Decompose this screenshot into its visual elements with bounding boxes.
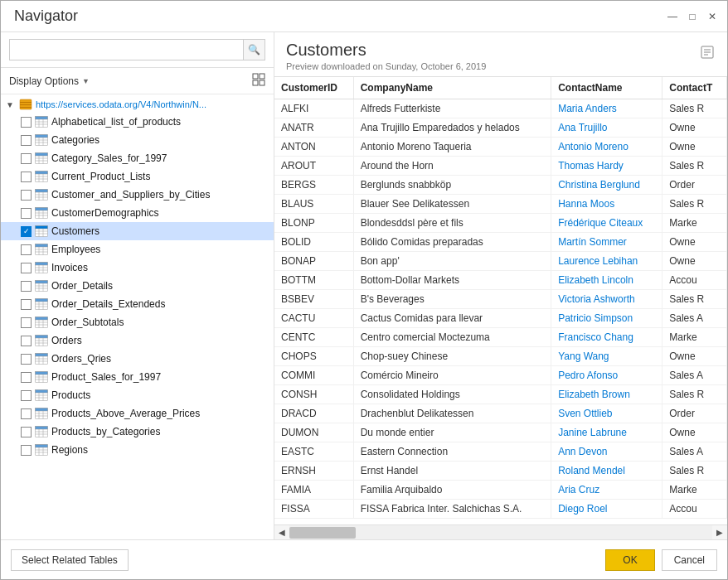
tree-item[interactable]: Regions xyxy=(1,441,274,459)
search-button[interactable]: 🔍 xyxy=(244,39,265,60)
svg-rect-6 xyxy=(20,104,32,105)
tree-checkbox[interactable] xyxy=(21,117,32,128)
svg-rect-2 xyxy=(253,80,258,85)
tree-item[interactable]: Products xyxy=(1,386,274,404)
search-input[interactable] xyxy=(9,39,244,60)
tree-checkbox[interactable] xyxy=(21,427,32,437)
table-cell-company: Cactus Comidas para llevar xyxy=(353,309,551,328)
tree-item[interactable]: Employees xyxy=(1,240,274,259)
tree-checkbox[interactable] xyxy=(21,244,32,255)
table-row[interactable]: COMMIComércio MineiroPedro AfonsoSales A xyxy=(274,366,727,385)
table-cell-customerid: BERGS xyxy=(274,176,353,195)
tree-item-label: Alphabetical_list_of_products xyxy=(51,116,269,128)
scroll-right-button[interactable]: ▶ xyxy=(712,525,727,540)
tree-item[interactable]: Current_Product_Lists xyxy=(1,167,274,186)
scroll-left-button[interactable]: ◀ xyxy=(274,525,289,540)
tree-item[interactable]: Invoices xyxy=(1,259,274,277)
table-cell-contact: Elizabeth Brown xyxy=(551,385,662,404)
table-row[interactable]: BONAPBon app'Laurence LebihanOwne xyxy=(274,252,727,271)
table-row[interactable]: BLAUSBlauer See DelikatessenHanna MoosSa… xyxy=(274,195,727,214)
table-row[interactable]: BSBEVB's BeveragesVictoria AshworthSales… xyxy=(274,290,727,309)
scroll-thumb[interactable] xyxy=(289,527,356,539)
tree-checkbox[interactable] xyxy=(21,390,32,401)
tree-item[interactable]: Order_Details_Extendeds xyxy=(1,295,274,313)
table-row[interactable]: DUMONDu monde entierJanine LabruneOwne xyxy=(274,423,727,442)
table-row[interactable]: AROUTAround the HornThomas HardySales R xyxy=(274,157,727,176)
tree-checkbox[interactable] xyxy=(21,172,32,182)
table-row[interactable]: FAMIAFamilia ArquibaldoAria CruzMarke xyxy=(274,481,727,500)
table-cell-contactt: Owne xyxy=(662,252,727,271)
tree-item[interactable]: Customer_and_Suppliers_by_Cities xyxy=(1,186,274,204)
tree-checkbox[interactable] xyxy=(21,445,32,456)
tree-checkbox[interactable] xyxy=(21,226,32,237)
table-row[interactable]: CENTCCentro comercial MoctezumaFrancisco… xyxy=(274,328,727,347)
table-row[interactable]: CONSHConsolidated HoldingsElizabeth Brow… xyxy=(274,385,727,404)
tree-root-item[interactable]: ▼ https://services.odata.org/V4/Northwin… xyxy=(1,96,274,113)
table-row[interactable]: ANATRAna Trujillo Emparedados y heladosA… xyxy=(274,118,727,138)
table-row[interactable]: CHOPSChop-suey ChineseYang WangOwne xyxy=(274,347,727,366)
table-row[interactable]: BLONPBlondesddsl père et filsFrédérique … xyxy=(274,214,727,233)
tree-checkbox[interactable] xyxy=(21,263,32,273)
tree-item[interactable]: Products_Above_Average_Prices xyxy=(1,404,274,423)
tree-item-label: Order_Details_Extendeds xyxy=(51,298,269,310)
table-cell-contact: Maria Anders xyxy=(551,99,662,118)
tree-item[interactable]: Order_Details xyxy=(1,277,274,295)
table-cell-customerid: EASTC xyxy=(274,442,353,462)
tree-checkbox[interactable] xyxy=(21,208,32,219)
tree-item[interactable]: Customers xyxy=(1,222,274,240)
scroll-track[interactable] xyxy=(289,525,712,540)
table-row[interactable]: EASTCEastern ConnectionAnn DevonSales A xyxy=(274,442,727,462)
table-row[interactable]: ERNSHErnst HandelRoland MendelSales R xyxy=(274,462,727,481)
horizontal-scrollbar[interactable]: ◀ ▶ xyxy=(274,524,727,539)
table-cell-customerid: BOLID xyxy=(274,233,353,252)
table-row[interactable]: DRACDDrachenblut DelikatessenSven Ottlie… xyxy=(274,404,727,423)
tree-item[interactable]: CustomerDemographics xyxy=(1,204,274,222)
tree-list[interactable]: ▼ https://services.odata.org/V4/Northwin… xyxy=(1,94,274,539)
display-options-button[interactable]: Display Options ▼ xyxy=(9,75,90,87)
grid-view-button[interactable] xyxy=(252,73,265,89)
tree-item-label: Category_Sales_for_1997 xyxy=(51,152,269,164)
table-row[interactable]: ALFKIAlfreds FutterkisteMaria AndersSale… xyxy=(274,99,727,118)
tree-checkbox[interactable] xyxy=(21,153,32,164)
tree-item[interactable]: Category_Sales_for_1997 xyxy=(1,149,274,167)
tree-checkbox[interactable] xyxy=(21,354,32,365)
tree-item[interactable]: Orders_Qries xyxy=(1,350,274,368)
tree-checkbox[interactable] xyxy=(21,135,32,146)
table-icon xyxy=(35,171,48,182)
tree-item[interactable]: Orders xyxy=(1,331,274,350)
tree-checkbox[interactable] xyxy=(21,190,32,201)
tree-checkbox[interactable] xyxy=(21,408,32,419)
tree-checkbox[interactable] xyxy=(21,281,32,292)
edit-icon[interactable] xyxy=(699,44,716,64)
tree-item[interactable]: Categories xyxy=(1,131,274,149)
table-row[interactable]: FISSAFISSA Fabrica Inter. Salchichas S.A… xyxy=(274,500,727,519)
chevron-down-icon: ▼ xyxy=(82,77,90,85)
tree-item-label: Products_Above_Average_Prices xyxy=(51,408,269,419)
table-icon xyxy=(35,371,48,383)
svg-rect-87 xyxy=(36,354,48,357)
close-button[interactable]: ✕ xyxy=(704,8,721,25)
maximize-button[interactable]: □ xyxy=(684,8,701,25)
tree-checkbox[interactable] xyxy=(21,299,32,310)
tree-item[interactable]: Order_Subtotals xyxy=(1,313,274,331)
table-row[interactable]: ANTONAntonio Moreno TaqueriaAntonio More… xyxy=(274,138,727,157)
tree-item[interactable]: Alphabetical_list_of_products xyxy=(1,113,274,131)
tree-checkbox[interactable] xyxy=(21,317,32,328)
table-row[interactable]: BOLIDBólido Comidas preparadasMartín Som… xyxy=(274,233,727,252)
table-cell-company: Familia Arquibaldo xyxy=(353,481,551,500)
tree-checkbox[interactable] xyxy=(21,372,32,383)
table-row[interactable]: BOTTMBottom-Dollar MarketsElizabeth Linc… xyxy=(274,271,727,290)
select-related-button[interactable]: Select Related Tables xyxy=(11,549,129,571)
tree-item-label: Employees xyxy=(51,244,269,255)
data-table-wrapper[interactable]: CustomerIDCompanyNameContactNameContactT… xyxy=(274,77,727,524)
svg-rect-63 xyxy=(36,281,48,284)
ok-button[interactable]: OK xyxy=(605,549,654,571)
table-cell-contact: Pedro Afonso xyxy=(551,366,662,385)
table-row[interactable]: BERGSBerglunds snabbköpChristina Berglun… xyxy=(274,176,727,195)
tree-item[interactable]: Product_Sales_for_1997 xyxy=(1,368,274,386)
minimize-button[interactable]: — xyxy=(664,8,681,25)
tree-checkbox[interactable] xyxy=(21,336,32,346)
table-row[interactable]: CACTUCactus Comidas para llevarPatricio … xyxy=(274,309,727,328)
tree-item[interactable]: Products_by_Categories xyxy=(1,423,274,441)
cancel-button[interactable]: Cancel xyxy=(662,549,717,571)
